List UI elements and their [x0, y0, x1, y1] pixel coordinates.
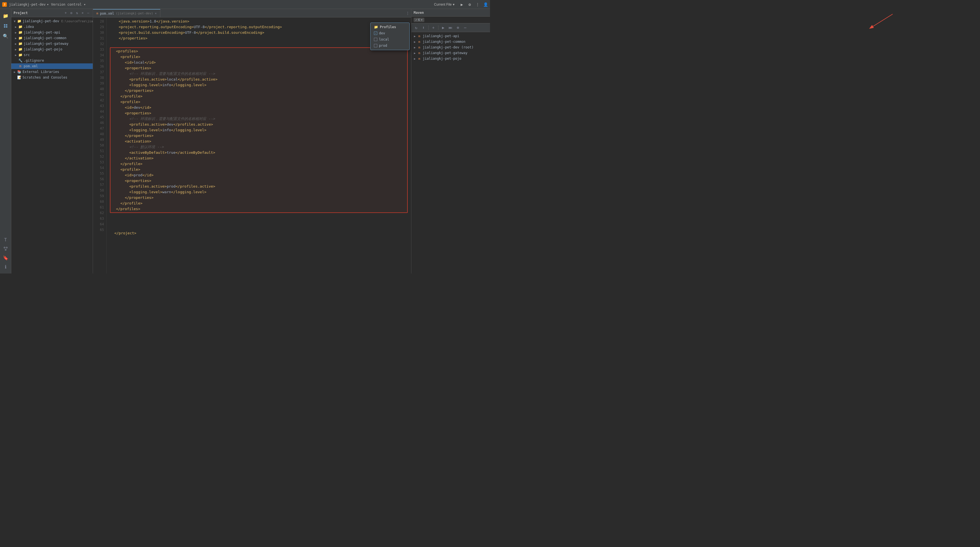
maven-item-common[interactable]: ▶ m jialiangkj-pet-common [411, 39, 490, 45]
titlebar-left: J jialiangkj-pet-dev ▾ Version control ▾ [2, 2, 432, 7]
api-label: jialiangkj-pet-api [24, 30, 60, 34]
sidebar-icon-git[interactable] [1, 244, 10, 253]
tree-item-pojo[interactable]: ▶ 📁 jialiangkj-pet-pojo [11, 46, 93, 52]
code-line-47: <logging.level>info</logging.level> [111, 127, 406, 133]
maven-more-icon[interactable]: ⋯ [462, 24, 468, 31]
tree-item-ext-libs[interactable]: ▶ 📚 External Libraries [11, 69, 93, 75]
code-line-59: </properties> [111, 195, 406, 200]
code-line-62 [110, 213, 408, 219]
left-sidebar-bottom: T 🔖 ℹ [1, 235, 10, 271]
titlebar-right: Current File ▾ ▶ ⚙ ⋮ 👤 [432, 2, 488, 7]
maven-toggle-icon[interactable]: ⊕ [455, 24, 461, 31]
tree-item-common[interactable]: ▶ 📁 jialiangkj-pet-common [11, 35, 93, 41]
tab-filename: pom.xml [100, 11, 115, 16]
project-name-label: jialiangkj-pet-dev [9, 3, 46, 6]
code-line-40: </properties> [111, 88, 406, 94]
sidebar-icon-search[interactable]: 🔍 [1, 32, 10, 41]
profile-item-dev[interactable]: ✓ dev [371, 30, 409, 37]
project-panel: Project + ⚙ ⇅ × — ▼ 📁 jialiangkj-pet-dev… [11, 9, 93, 274]
panel-icon-minimize[interactable]: — [86, 11, 91, 15]
code-line-41: </profile> [111, 94, 406, 99]
panel-icon-add[interactable]: + [64, 11, 68, 15]
run-icon[interactable]: ▶ [460, 2, 464, 7]
tree-item-api[interactable]: ▶ 📁 jialiangkj-pet-api [11, 30, 93, 35]
maven-pojo-label: jialiangkj-pet-pojo [423, 57, 461, 60]
svg-point-5 [6, 247, 7, 248]
maven-item-gateway[interactable]: ▶ m jialiangkj-pet-gateway [411, 50, 490, 56]
profile-local-checkbox[interactable] [374, 38, 377, 41]
code-line-51: <activeByDefault>true</activeByDefault> [111, 150, 406, 156]
project-tree: ▼ 📁 jialiangkj-pet-dev E:\sourceTree\jia… [11, 17, 93, 274]
tree-item-gateway[interactable]: ▶ 📁 jialiangkj-pet-gateway [11, 41, 93, 46]
tree-item-pom[interactable]: m pom.xml [11, 64, 93, 69]
scratches-arrow [13, 75, 17, 80]
code-line-46: <profiles.active>dev</profiles.active> [111, 122, 406, 127]
gateway-label: jialiangkj-pet-gateway [24, 42, 68, 46]
panel-icon-expand[interactable]: ⇅ [75, 11, 79, 15]
gitignore-arrow [14, 58, 18, 63]
idea-icon: 📁 [18, 24, 22, 29]
tree-item-scratches[interactable]: 📝 Scratches and Consoles [11, 75, 93, 80]
sidebar-icon-folder[interactable]: 📁 [1, 11, 10, 20]
tab-more-icon[interactable]: ⋮ [404, 10, 411, 17]
sidebar-icon-structure[interactable] [1, 21, 10, 30]
profile-prod-checkbox[interactable] [374, 44, 377, 47]
pojo-label: jialiangkj-pet-pojo [24, 47, 62, 51]
profile-highlight-block: <profiles> <profile> <id>local</id> <pro… [110, 47, 408, 213]
settings-icon[interactable]: ⚙ [468, 2, 472, 7]
pom-label: pom.xml [24, 64, 38, 68]
tree-item-gitignore[interactable]: 🔧 .gitignore [11, 58, 93, 64]
profile-item-local[interactable]: local [371, 37, 409, 43]
sidebar-icon-terminal[interactable]: T [1, 235, 10, 244]
project-selector[interactable]: jialiangkj-pet-dev ▾ [9, 3, 49, 6]
code-line-37: <!-- 环境标识，需要与配置文件的名称相对应 --> [111, 71, 406, 76]
profile-item-prod[interactable]: prod [371, 43, 409, 49]
tab-icon: m [96, 11, 98, 15]
maven-api-icon: m [417, 34, 422, 38]
tree-root[interactable]: ▼ 📁 jialiangkj-pet-dev E:\sourceTree\jia… [11, 18, 93, 24]
maven-run-icon[interactable]: ▶ [440, 24, 446, 31]
tab-pom[interactable]: m pom.xml (jialiangkj-pet-dev) × [93, 9, 160, 17]
maven-api-label: jialiangkj-pet-api [423, 34, 459, 38]
pojo-arrow: ▶ [14, 47, 18, 52]
code-line-36: <properties> [111, 65, 406, 71]
editor-area: m pom.xml (jialiangkj-pet-dev) × ⋮ 28 29… [93, 9, 411, 274]
code-line-52: </activation> [111, 156, 406, 161]
current-file-button[interactable]: Current File ▾ [432, 2, 456, 7]
panel-icon-gear[interactable]: ⚙ [69, 11, 73, 15]
panel-icon-close[interactable]: × [80, 11, 85, 15]
pom-icon: m [18, 64, 22, 68]
maven-skip-icon[interactable]: ⏭ [447, 24, 453, 31]
tab-close-btn[interactable]: × [155, 12, 157, 15]
tree-item-idea[interactable]: ▶ 📁 .idea [11, 24, 93, 30]
common-label: jialiangkj-pet-common [24, 36, 67, 40]
code-line-38: <profiles.active>local</profiles.active> [111, 76, 406, 82]
sidebar-icon-info[interactable]: ℹ [1, 262, 10, 271]
code-line-64 [110, 225, 408, 231]
gateway-icon: 📁 [18, 41, 22, 46]
code-line-32 [110, 41, 408, 47]
maven-dev-arrow: ▶ [412, 45, 417, 49]
account-icon[interactable]: 👤 [483, 2, 488, 7]
common-icon: 📁 [18, 36, 22, 40]
maven-add-icon[interactable]: + [430, 24, 436, 31]
code-area[interactable]: <java.version>1.8</java.version> <projec… [107, 17, 411, 274]
maven-download-icon[interactable]: ⬇ [420, 24, 426, 31]
tree-item-src[interactable]: ▶ 📁 src [11, 52, 93, 58]
version-control-btn[interactable]: Version control ▾ [51, 3, 86, 6]
more-options-icon[interactable]: ⋮ [475, 2, 480, 7]
main-layout: 📁 🔍 T 🔖 ℹ Project [0, 9, 490, 274]
maven-refresh-icon[interactable]: ↻ [413, 24, 419, 31]
root-icon: 📁 [17, 19, 21, 23]
sidebar-icon-bookmark[interactable]: 🔖 [1, 253, 10, 262]
profile-count-badge[interactable]: ✓ 6 ▾ [414, 18, 424, 22]
gitignore-label: .gitignore [24, 59, 44, 62]
maven-item-dev[interactable]: ▶ m jialiangkj-pet-dev (root) [411, 45, 490, 50]
maven-item-api[interactable]: ▶ m jialiangkj-pet-api [411, 33, 490, 39]
maven-item-pojo[interactable]: ▶ m jialiangkj-pet-pojo [411, 56, 490, 61]
profile-local-label: local [379, 37, 389, 41]
project-panel-title: Project [14, 11, 62, 15]
profile-dev-checkbox[interactable]: ✓ [374, 32, 377, 35]
code-line-28: <java.version>1.8</java.version> [110, 19, 408, 24]
maven-panel-title: Maven [414, 11, 488, 15]
